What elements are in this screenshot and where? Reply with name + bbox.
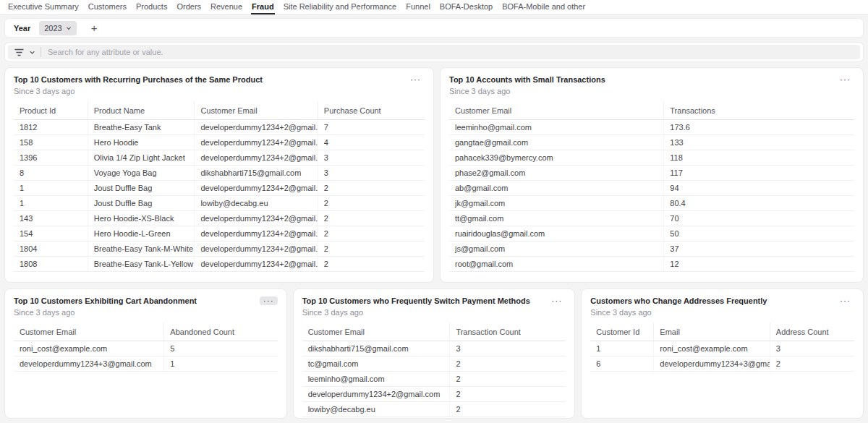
table-cell: 133 — [664, 135, 854, 150]
panel-menu-button[interactable]: ··· — [407, 75, 425, 84]
panel-subtitle: Since 3 days ago — [14, 87, 263, 95]
table-row: 1Joust Duffle Bagdeveloperdummy1234+2@gm… — [14, 181, 425, 196]
search-input[interactable] — [46, 47, 854, 57]
filter-icon[interactable] — [14, 48, 24, 56]
table-cell: 1 — [590, 341, 654, 356]
table-cell: 117 — [664, 166, 854, 181]
panel-title: Customers who Change Addresses Frequentl… — [590, 296, 767, 306]
table-cell: jk@gmail.com — [449, 196, 664, 211]
table-cell: tt@gmail.com — [449, 211, 664, 226]
table-cell: 4 — [318, 135, 425, 150]
tab-executive-summary[interactable]: Executive Summary — [7, 0, 80, 14]
column-header: Abandoned Count — [164, 322, 278, 341]
tab-orders[interactable]: Orders — [176, 0, 202, 14]
table-cell: Voyage Yoga Bag — [88, 166, 195, 181]
table-cell: Breathe-Easy Tank — [88, 120, 195, 135]
panel-header: Top 10 Customers with Recurring Purchase… — [14, 75, 425, 95]
panel-cart-abandonment: Top 10 Customers Exhibiting Cart Abandon… — [4, 289, 287, 419]
chevron-down-icon[interactable] — [29, 49, 35, 56]
table-cell: roni_cost@example.com — [654, 341, 770, 356]
dashboard-page: Year 2023 + Top 10 Customers with Recurr… — [0, 15, 868, 419]
column-header: Customer Email — [14, 322, 164, 341]
table-cell: Breathe-Easy Tank-L-Yellow — [88, 257, 195, 272]
table-cell: 94 — [664, 181, 854, 196]
add-filter-button[interactable]: + — [90, 22, 99, 33]
column-header: Email — [654, 322, 770, 341]
table-cell: 143 — [14, 211, 88, 226]
panel-subtitle: Since 3 days ago — [302, 308, 530, 317]
table-cell: 173.6 — [664, 120, 854, 135]
table-cell: 2 — [318, 181, 425, 196]
top-nav: Executive SummaryCustomersProductsOrders… — [0, 0, 868, 15]
tab-bofa-mobile-and-other[interactable]: BOFA-Mobile and other — [501, 0, 586, 14]
panel-change-addresses: Customers who Change Addresses Frequentl… — [581, 289, 864, 419]
panels-top-row: Top 10 Customers with Recurring Purchase… — [4, 67, 864, 283]
tab-funnel[interactable]: Funnel — [405, 0, 431, 14]
table-cell: developerdummy1234+2@gmail.com — [195, 120, 318, 135]
table-row: jk@gmail.com80.4 — [449, 196, 854, 211]
tab-fraud[interactable]: Fraud — [251, 0, 275, 14]
filter-bar: Year 2023 + — [4, 18, 864, 38]
table-row: JJ@gmail.com2 — [302, 417, 566, 419]
panel-menu-button[interactable]: ··· — [260, 296, 278, 305]
table-cell: 2 — [450, 402, 566, 417]
table-row: 158Hero Hoodiedeveloperdummy1234+2@gmail… — [14, 135, 425, 150]
table-row: leeminho@gmail.com173.6 — [449, 120, 854, 135]
panel-menu-button[interactable]: ··· — [548, 296, 566, 305]
table-cell: developerdummy1234+2@gmail.com — [195, 211, 318, 226]
table-row: ab@gmail.com94 — [449, 181, 854, 196]
table-cell: 1812 — [14, 120, 88, 135]
tab-revenue[interactable]: Revenue — [210, 0, 243, 14]
table-cell: 1808 — [14, 257, 88, 272]
table-cell: 70 — [664, 211, 854, 226]
table-row: js@gmail.com37 — [449, 242, 854, 257]
table-row: gangtae@gmail.com133 — [449, 135, 854, 150]
table-cell: developerdummy1234+2@gmail.com — [195, 257, 318, 272]
table-cell: 50 — [664, 226, 854, 242]
column-header: Product Name — [88, 101, 195, 120]
table-cell: 3 — [450, 341, 566, 356]
table-cell: JJ@gmail.com — [302, 417, 450, 419]
table-row: tc@gmail.com2 — [302, 356, 566, 372]
table-cell: leeminho@gmail.com — [302, 372, 450, 387]
nav-tabs: Executive SummaryCustomersProductsOrders… — [7, 0, 586, 14]
column-header: Address Count — [770, 322, 854, 341]
table-cell: 2 — [450, 387, 566, 402]
table-cell: developerdummy1234+2@gmail.com — [302, 387, 450, 402]
tab-bofa-desktop[interactable]: BOFA-Desktop — [439, 0, 493, 14]
tab-site-reliability-and-performance[interactable]: Site Reliability and Performance — [283, 0, 398, 14]
panel-table: Product IdProduct NameCustomer EmailPurc… — [14, 101, 425, 272]
table-cell: 2 — [450, 417, 566, 419]
table-cell: 5 — [164, 341, 278, 356]
tab-customers[interactable]: Customers — [88, 0, 127, 14]
table-cell: developerdummy1234+2@gmail.com — [195, 181, 318, 196]
table-row: pahacek339@bymercy.com118 — [449, 150, 854, 166]
table-cell: developerdummy1234+3@gmail.com — [654, 356, 770, 372]
table-cell: 3 — [770, 341, 854, 356]
column-header: Transaction Count — [450, 322, 566, 341]
search-field[interactable] — [8, 45, 860, 59]
tab-products[interactable]: Products — [135, 0, 168, 14]
table-cell: developerdummy1234+2@gmail.com — [195, 150, 318, 166]
panel-title: Top 10 Customers who Frequently Switch P… — [302, 296, 530, 306]
search-bar — [4, 42, 864, 62]
panel-menu-button[interactable]: ··· — [836, 296, 854, 305]
table-row: 1396Olivia 1/4 Zip Light Jacketdeveloper… — [14, 150, 425, 166]
table-cell: 80.4 — [664, 196, 854, 211]
table-cell: root@gmail.com — [449, 257, 664, 272]
table-cell: 8 — [14, 166, 88, 181]
panel-menu-button[interactable]: ··· — [836, 75, 854, 84]
table-cell: 1 — [14, 181, 88, 196]
table-row: dikshabharti715@gmail.com3 — [302, 341, 566, 356]
table-cell: pahacek339@bymercy.com — [449, 150, 664, 166]
table-row: phase2@gmail.com117 — [449, 166, 854, 181]
table-cell: 2 — [318, 242, 425, 257]
year-select[interactable]: 2023 — [39, 21, 76, 35]
table-cell: 2 — [318, 226, 425, 242]
panel-table: Customer IdEmailAddress Count 1roni_cost… — [590, 322, 854, 372]
table-cell: 12 — [664, 257, 854, 272]
table-cell: roni_cost@example.com — [14, 341, 164, 356]
column-header: Customer Email — [195, 101, 318, 120]
panel-table: Customer EmailAbandoned Count roni_cost@… — [14, 322, 278, 372]
table-row: tt@gmail.com70 — [449, 211, 854, 226]
